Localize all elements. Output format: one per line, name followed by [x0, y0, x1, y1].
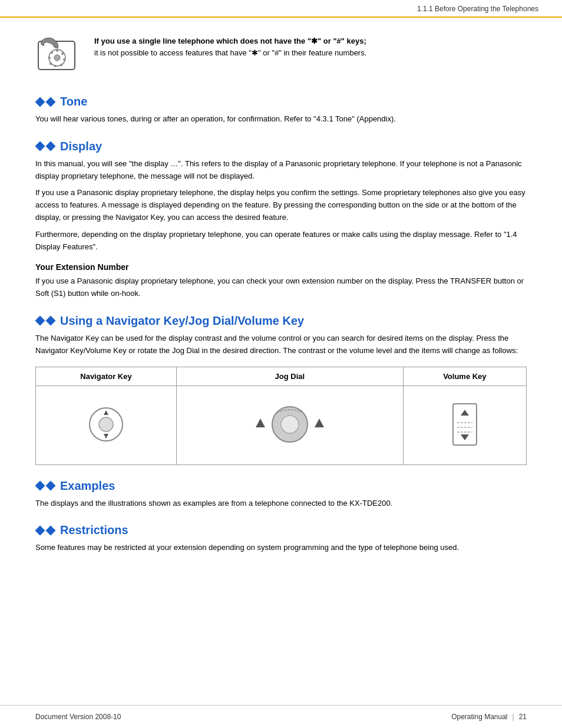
note-box: If you use a single line telephone which…	[35, 35, 527, 78]
svg-point-3	[56, 50, 58, 52]
svg-point-10	[51, 51, 53, 54]
note-text: If you use a single line telephone which…	[94, 35, 366, 58]
diamond4	[46, 141, 56, 151]
footer-divider: |	[513, 713, 514, 721]
extension-subsection: Your Extension Number If you use a Panas…	[35, 262, 527, 300]
diamond-icon-restrictions	[35, 526, 55, 535]
display-title: Display	[60, 140, 102, 153]
telephone-icon	[35, 35, 82, 78]
note-bold: If you use a single line telephone which…	[94, 37, 366, 45]
svg-point-8	[49, 62, 52, 65]
page-footer: Document Version 2008-10 Operating Manua…	[0, 705, 562, 728]
svg-point-7	[54, 65, 57, 67]
svg-marker-14	[104, 434, 108, 439]
extension-body: If you use a Panasonic display proprieta…	[35, 275, 527, 300]
section-navigator: Using a Navigator Key/Jog Dial/Volume Ke…	[35, 314, 527, 465]
footer-doc-version: Document Version 2008-10	[35, 713, 121, 721]
footer-right: Operating Manual | 21	[451, 713, 527, 721]
diamond-icon-display	[35, 141, 55, 151]
col-header-jog-dial: Jog Dial	[176, 367, 403, 386]
footer-page-number: 21	[519, 713, 527, 721]
diamond6	[46, 316, 56, 326]
examples-body: The displays and the illustrations shown…	[35, 498, 527, 510]
navigator-body: The Navigator Key can be used for the di…	[35, 332, 527, 357]
page-header: 1.1.1 Before Operating the Telephones	[0, 0, 562, 18]
tone-heading: Tone	[35, 95, 527, 108]
tone-body: You will hear various tones, during or a…	[35, 113, 527, 126]
svg-point-6	[60, 64, 62, 66]
header-title: 1.1.1 Before Operating the Telephones	[417, 5, 538, 13]
diamond1	[35, 97, 45, 107]
diamond5	[35, 316, 45, 326]
svg-point-4	[61, 52, 64, 55]
section-examples: Examples The displays and the illustrati…	[35, 479, 527, 510]
display-para1: In this manual, you will see "the displa…	[35, 158, 527, 183]
col-header-vol-key: Volume Key	[403, 367, 526, 386]
diamond-icon-nav	[35, 316, 55, 325]
examples-title: Examples	[60, 479, 115, 493]
display-para2: If you use a Panasonic display proprieta…	[35, 187, 527, 223]
svg-marker-24	[461, 434, 469, 440]
svg-point-2	[54, 55, 60, 61]
svg-marker-13	[104, 410, 108, 415]
section-restrictions: Restrictions Some features may be restri…	[35, 523, 527, 554]
page: 1.1.1 Before Operating the Telephones	[0, 0, 562, 728]
nav-key-cell	[36, 386, 177, 465]
examples-heading: Examples	[35, 479, 527, 493]
restrictions-title: Restrictions	[60, 523, 128, 537]
col-header-nav-key: Navigator Key	[36, 367, 177, 386]
diamond8	[46, 481, 56, 491]
display-heading: Display	[35, 140, 527, 153]
diamond3	[35, 141, 45, 151]
diamond10	[46, 525, 56, 535]
tone-title: Tone	[60, 95, 87, 108]
diamond2	[46, 97, 56, 107]
restrictions-body: Some features may be restricted at your …	[35, 542, 527, 554]
content-area: If you use a single line telephone which…	[0, 18, 562, 594]
navigator-table: Navigator Key Jog Dial Volume Key	[35, 367, 527, 465]
svg-point-17	[281, 416, 299, 433]
svg-point-9	[48, 57, 51, 59]
display-para3: Furthermore, depending on the display pr…	[35, 229, 527, 253]
svg-point-5	[63, 58, 65, 61]
svg-marker-18	[315, 419, 324, 427]
diamond7	[35, 481, 45, 491]
navigator-heading: Using a Navigator Key/Jog Dial/Volume Ke…	[35, 314, 527, 328]
footer-manual-label: Operating Manual	[451, 713, 507, 721]
vol-key-cell	[403, 386, 526, 465]
diamond-icon-examples	[35, 481, 55, 490]
diamond-icon-tone	[35, 97, 55, 107]
svg-marker-20	[461, 410, 469, 416]
diamond9	[35, 525, 45, 535]
jog-dial-cell	[176, 386, 403, 465]
svg-marker-15	[256, 419, 265, 427]
section-tone: Tone You will hear various tones, during…	[35, 95, 527, 126]
section-display: Display In this manual, you will see "th…	[35, 140, 527, 300]
svg-point-12	[99, 417, 113, 431]
restrictions-heading: Restrictions	[35, 523, 527, 537]
navigator-title: Using a Navigator Key/Jog Dial/Volume Ke…	[60, 314, 304, 328]
extension-heading: Your Extension Number	[35, 262, 527, 272]
note-body: it is not possible to access features th…	[94, 48, 366, 57]
